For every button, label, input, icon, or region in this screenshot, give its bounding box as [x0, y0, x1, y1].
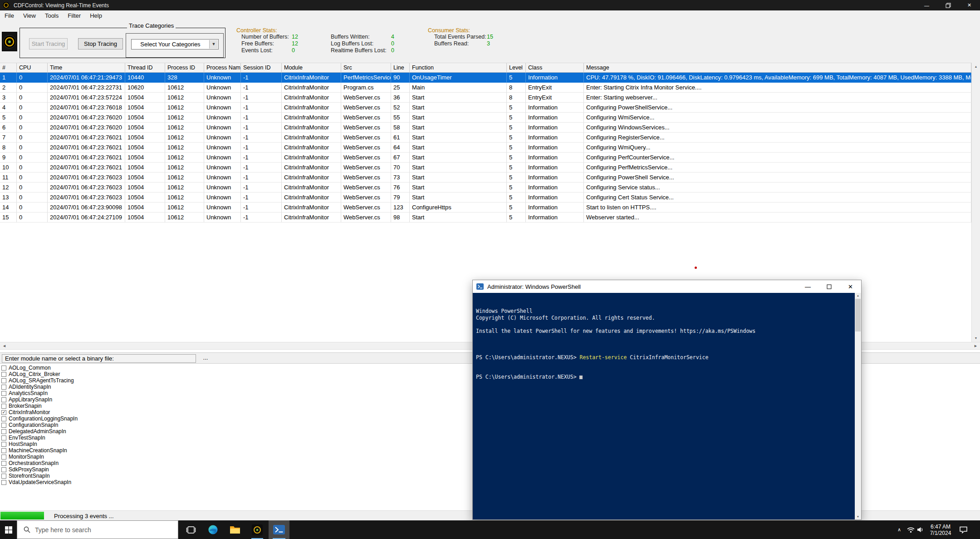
module-checkbox[interactable]: [1, 442, 6, 447]
module-name-input[interactable]: Enter module name or select a binary fil…: [2, 354, 196, 363]
column-header-line[interactable]: Line: [391, 63, 410, 73]
stop-tracing-button[interactable]: Stop Tracing: [78, 38, 123, 49]
chevron-down-icon[interactable]: ▼: [209, 40, 218, 49]
start-tracing-button[interactable]: Start Tracing: [29, 38, 68, 49]
grid-row[interactable]: 1202024/07/01 06:47:23:760231050410612Un…: [0, 183, 971, 193]
categories-dropdown[interactable]: Select Your Categories ▼: [131, 39, 219, 49]
scrollbar-thumb[interactable]: [855, 299, 861, 331]
scroll-right-arrow-icon[interactable]: ▶: [971, 342, 980, 349]
scroll-up-arrow-icon[interactable]: ▲: [972, 63, 980, 70]
column-header--[interactable]: #: [0, 63, 17, 73]
grid-cell: 3: [0, 93, 17, 103]
tray-show-hidden-icons[interactable]: ∧: [894, 520, 905, 539]
scroll-down-arrow-icon[interactable]: ▼: [855, 514, 861, 519]
powershell-titlebar[interactable]: Administrator: Windows PowerShell — ✕: [473, 280, 861, 293]
toolbar: Start Tracing Stop Tracing Trace Categor…: [0, 21, 980, 63]
module-checkbox[interactable]: [1, 378, 6, 383]
edge-browser-button[interactable]: [203, 520, 223, 539]
module-checkbox[interactable]: [1, 416, 6, 421]
grid-cell: Unknown: [204, 163, 241, 173]
module-checkbox[interactable]: [1, 448, 6, 453]
module-checkbox[interactable]: [1, 397, 6, 402]
start-button[interactable]: [0, 520, 17, 539]
module-checkbox[interactable]: [1, 423, 6, 428]
browse-button[interactable]: ...: [200, 354, 211, 363]
cdfcontrol-taskbar-button[interactable]: [247, 520, 267, 539]
module-checkbox[interactable]: [1, 385, 6, 390]
module-checkbox[interactable]: [1, 391, 6, 396]
powershell-maximize-button[interactable]: [818, 280, 840, 293]
grid-row[interactable]: 902024/07/01 06:47:23:760211050410612Unk…: [0, 153, 971, 163]
module-checkbox[interactable]: [1, 467, 6, 472]
taskbar-search[interactable]: [17, 520, 178, 539]
powershell-scrollbar[interactable]: ▲ ▼: [855, 293, 861, 519]
column-header-level[interactable]: Level: [507, 63, 526, 73]
module-checkbox[interactable]: [1, 404, 6, 409]
grid-cell: Start: [410, 133, 507, 143]
scroll-left-arrow-icon[interactable]: ◀: [0, 342, 9, 349]
grid-cell: 10504: [125, 183, 165, 193]
column-header-process-id[interactable]: Process ID: [165, 63, 204, 73]
menu-file[interactable]: File: [0, 10, 19, 21]
grid-row[interactable]: 1502024/07/01 06:47:24:271091050410612Un…: [0, 213, 971, 223]
grid-row[interactable]: 1002024/07/01 06:47:23:760211050410612Un…: [0, 163, 971, 173]
grid-row[interactable]: 102024/07/01 06:47:21:2947310440328Unkno…: [0, 73, 971, 83]
minimize-button[interactable]: —: [916, 0, 937, 10]
grid-cell: 0: [17, 113, 48, 123]
powershell-minimize-button[interactable]: —: [797, 280, 818, 293]
menu-filter[interactable]: Filter: [63, 10, 85, 21]
column-header-src[interactable]: Src: [341, 63, 391, 73]
grid-row[interactable]: 702024/07/01 06:47:23:760211050410612Unk…: [0, 133, 971, 143]
column-header-module[interactable]: Module: [282, 63, 341, 73]
menu-tools[interactable]: Tools: [40, 10, 63, 21]
volume-icon[interactable]: [915, 520, 926, 539]
grid-cell: Configuring PowerShell Service...: [584, 173, 971, 183]
module-checkbox[interactable]: [1, 455, 6, 460]
task-view-button[interactable]: [181, 520, 201, 539]
grid-row[interactable]: 402024/07/01 06:47:23:760181050410612Unk…: [0, 103, 971, 113]
module-checkbox[interactable]: [1, 429, 6, 434]
column-header-class[interactable]: Class: [526, 63, 584, 73]
grid-cell: 10504: [125, 143, 165, 153]
column-header-cpu[interactable]: CPU: [17, 63, 48, 73]
module-checkbox[interactable]: ✓: [1, 410, 6, 415]
module-checkbox[interactable]: [1, 435, 6, 440]
column-header-time[interactable]: Time: [48, 63, 125, 73]
grid-row[interactable]: 1102024/07/01 06:47:23:760231050410612Un…: [0, 173, 971, 183]
module-checkbox[interactable]: [1, 480, 6, 485]
grid-row[interactable]: 602024/07/01 06:47:23:760201050410612Unk…: [0, 123, 971, 133]
grid-row[interactable]: 202024/07/01 06:47:23:227311062010612Unk…: [0, 83, 971, 93]
powershell-close-button[interactable]: ✕: [840, 280, 861, 293]
module-checkbox[interactable]: [1, 366, 6, 371]
column-header-session-id[interactable]: Session ID: [241, 63, 282, 73]
powershell-taskbar-button[interactable]: [269, 520, 289, 539]
grid-cell: 10504: [125, 113, 165, 123]
module-checkbox[interactable]: [1, 461, 6, 466]
column-header-thread-id[interactable]: Thread ID: [125, 63, 165, 73]
module-checkbox[interactable]: [1, 372, 6, 377]
module-checkbox[interactable]: [1, 474, 6, 479]
grid-row[interactable]: 502024/07/01 06:47:23:760201050410612Unk…: [0, 113, 971, 123]
action-center-button[interactable]: [956, 520, 970, 539]
file-explorer-button[interactable]: [225, 520, 245, 539]
column-header-function[interactable]: Function: [410, 63, 507, 73]
taskbar-clock[interactable]: 6:47 AM 7/1/2024: [926, 520, 956, 539]
grid-vertical-scrollbar[interactable]: ▲ ▼: [971, 63, 980, 342]
column-header-process-name[interactable]: Process Name: [204, 63, 241, 73]
search-input[interactable]: [35, 526, 162, 534]
menu-view[interactable]: View: [19, 10, 40, 21]
cdfcontrol-logo-button[interactable]: [2, 32, 17, 51]
grid-row[interactable]: 802024/07/01 06:47:23:760211050410612Unk…: [0, 143, 971, 153]
grid-cell: Information: [526, 123, 584, 133]
scroll-up-arrow-icon[interactable]: ▲: [855, 293, 861, 298]
close-button[interactable]: ✕: [959, 0, 980, 10]
menu-help[interactable]: Help: [85, 10, 107, 21]
powershell-window[interactable]: Administrator: Windows PowerShell — ✕ Wi…: [472, 280, 862, 520]
restore-button[interactable]: [937, 0, 959, 10]
scroll-down-arrow-icon[interactable]: ▼: [972, 334, 980, 342]
grid-row[interactable]: 1402024/07/01 06:47:23:900981050410612Un…: [0, 203, 971, 213]
terminal[interactable]: Windows PowerShellCopyright (C) Microsof…: [473, 293, 855, 519]
grid-row[interactable]: 1302024/07/01 06:47:23:760231050410612Un…: [0, 193, 971, 203]
grid-row[interactable]: 302024/07/01 06:47:23:572241050410612Unk…: [0, 93, 971, 103]
column-header-message[interactable]: Message: [584, 63, 971, 73]
